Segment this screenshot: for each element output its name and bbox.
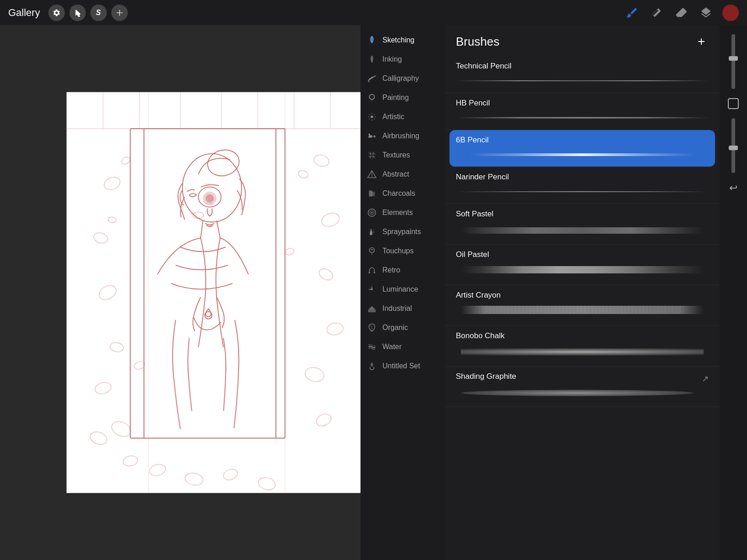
svg-rect-64 [368,309,376,312]
category-label-calligraphy: Calligraphy [382,74,419,83]
category-label-abstract: Abstract [382,170,409,178]
brush-tool-button[interactable] [624,5,640,21]
svg-rect-67 [371,306,373,309]
inking-icon [367,54,377,64]
airbrushing-icon [367,131,377,141]
smudge-button[interactable]: S [90,5,107,21]
category-item-artistic[interactable]: Artistic [360,107,445,126]
charcoals-icon [367,188,377,199]
category-label-airbrushing: Airbrushing [382,132,419,140]
svg-point-60 [374,232,375,233]
spraypaints-icon [367,227,377,237]
brushes-header: Brushes + [445,25,720,56]
category-item-charcoals[interactable]: Charcoals [360,184,445,203]
retro-icon [367,265,377,275]
brush-item-technical-pencil[interactable]: Technical Pencil [445,56,720,93]
brushes-panel: Brushes + Technical Pencil HB Pencil 6B … [445,25,720,560]
color-square-button[interactable] [728,98,739,109]
category-label-untitled-set: Untitled Set [382,362,420,370]
brush-stroke-6b-pencil [456,148,709,161]
category-item-inking[interactable]: Inking [360,50,445,69]
size-slider-thumb[interactable] [729,56,738,61]
category-item-elements[interactable]: Elements [360,203,445,222]
brush-stroke-oil-pastel [456,263,709,279]
svg-point-44 [371,38,373,41]
textures-icon [367,150,377,160]
water-icon [367,342,377,352]
brush-name-hb-pencil: HB Pencil [456,99,709,108]
category-label-industrial: Industrial [382,304,412,313]
toolbar-right-icons [624,5,739,21]
move-button[interactable] [111,5,128,21]
category-item-organic[interactable]: Organic [360,318,445,337]
cursor-button[interactable] [69,5,86,21]
category-label-organic: Organic [382,324,408,332]
brush-name-narinder-pencil: Narinder Pencil [456,173,709,182]
category-item-textures[interactable]: Textures [360,146,445,165]
category-item-calligraphy[interactable]: Calligraphy [360,69,445,88]
toolbar-left-icons: S [48,5,128,21]
category-item-touchups[interactable]: Touchups [360,241,445,261]
brush-stroke-bonobo-chalk [456,344,709,361]
category-item-painting[interactable]: Painting [360,88,445,107]
opacity-slider[interactable] [731,118,735,173]
category-item-industrial[interactable]: Industrial [360,299,445,318]
category-item-water[interactable]: Water [360,337,445,356]
category-label-charcoals: Charcoals [382,189,415,198]
svg-rect-58 [370,230,372,230]
brush-item-narinder-pencil[interactable]: Narinder Pencil [445,167,720,204]
svg-point-41 [206,195,214,202]
sketching-icon [367,35,377,45]
svg-point-55 [371,212,373,214]
gallery-button[interactable]: Gallery [8,7,40,19]
untitled-set-icon [367,361,377,371]
brush-stroke-shading-graphite [456,385,698,401]
brush-stroke-technical-pencil [456,74,709,87]
category-item-luminance[interactable]: Luminance [360,280,445,299]
brush-item-soft-pastel[interactable]: Soft Pastel [445,204,720,245]
smudge-tool-button[interactable] [648,5,665,21]
svg-point-48 [369,134,371,136]
category-item-untitled-set[interactable]: Untitled Set [360,356,445,376]
artistic-icon [367,112,377,122]
category-item-spraypaints[interactable]: Spraypaints [360,222,445,241]
brush-stroke-hb-pencil [456,111,709,124]
eraser-tool-button[interactable] [673,5,690,21]
brush-item-hb-pencil[interactable]: HB Pencil [445,93,720,130]
brush-item-bonobo-chalk[interactable]: Bonobo Chalk [445,326,720,366]
brush-name-bonobo-chalk: Bonobo Chalk [456,331,709,340]
brush-item-artist-crayon[interactable]: Artist Crayon [445,285,720,326]
layers-button[interactable] [698,5,714,21]
category-label-luminance: Luminance [382,285,418,293]
shading-graphite-options-icon[interactable]: ↗ [698,372,709,384]
category-item-sketching[interactable]: Sketching [360,31,445,50]
brush-name-artist-crayon: Artist Crayon [456,291,709,300]
brush-stroke-artist-crayon [456,304,709,320]
calligraphy-icon [367,73,377,84]
category-label-retro: Retro [382,266,400,274]
brush-item-oil-pastel[interactable]: Oil Pastel [445,245,720,285]
opacity-slider-thumb[interactable] [729,146,738,150]
category-item-abstract[interactable]: Abstract [360,165,445,184]
brush-item-6b-pencil[interactable]: 6B Pencil [449,130,715,167]
svg-rect-56 [370,231,372,235]
brush-size-slider[interactable] [731,34,735,89]
wrench-button[interactable] [48,5,65,21]
svg-point-63 [371,288,373,290]
category-item-retro[interactable]: Retro [360,261,445,280]
svg-point-62 [370,248,375,253]
category-item-airbrushing[interactable]: Airbrushing [360,126,445,146]
brush-item-shading-graphite[interactable]: Shading Graphite ↗ [445,366,720,407]
brush-name-shading-graphite: Shading Graphite [456,372,698,381]
categories-sidebar: Sketching Inking Calligraphy Painting [360,25,445,560]
brush-name-technical-pencil: Technical Pencil [456,62,709,71]
top-toolbar: Gallery S [0,0,747,25]
brushes-add-button[interactable]: + [694,34,709,49]
opacity-slider-track[interactable] [731,118,735,173]
category-label-touchups: Touchups [382,247,414,255]
size-slider-track[interactable] [731,34,735,89]
drawing-canvas[interactable] [66,92,363,493]
undo-button[interactable]: ↩ [729,182,737,194]
category-label-textures: Textures [382,151,410,159]
user-avatar[interactable] [722,5,739,21]
